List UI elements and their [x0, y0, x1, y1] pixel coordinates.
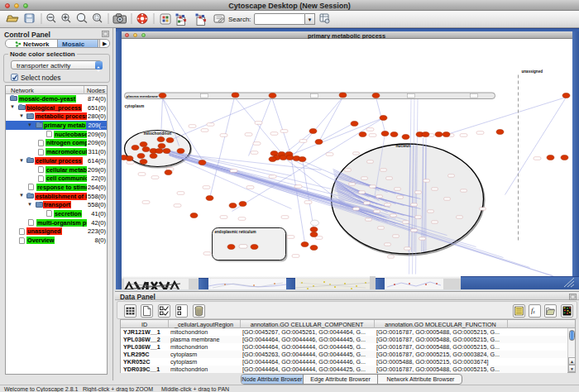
svg-text:cytoplasm: cytoplasm: [124, 103, 144, 108]
svg-text:nucleus: nucleus: [395, 143, 410, 147]
svg-text:endoplasmic reticulum: endoplasmic reticulum: [214, 230, 256, 234]
svg-text:unassigned: unassigned: [521, 69, 543, 73]
svg-text:Search:: Search:: [228, 16, 251, 23]
svg-text:mitochondrion: mitochondrion: [143, 131, 171, 135]
svg-text:plasma membrane: plasma membrane: [126, 93, 158, 98]
